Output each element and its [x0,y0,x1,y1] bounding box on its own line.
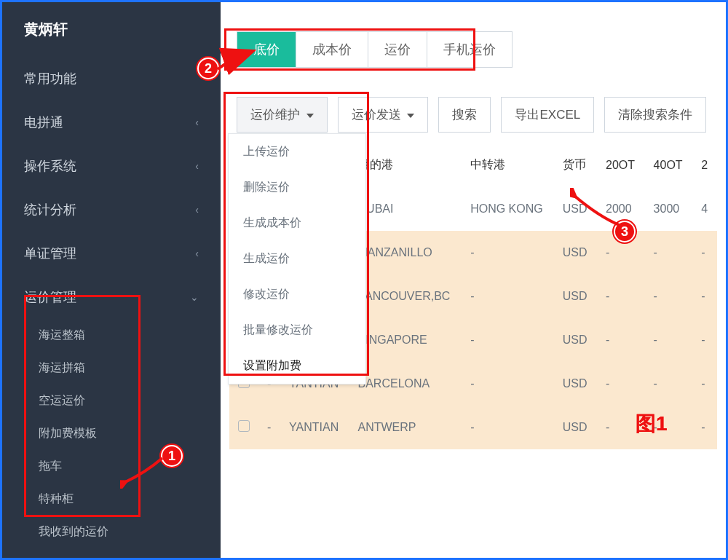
sidebar-item-label: 统计分析 [24,201,76,218]
sidebar-item-common[interactable]: 常用功能 [2,57,221,100]
sidebar-user: 黄炳轩 [2,2,221,57]
dd-set-surcharge[interactable]: 设置附加费 [229,348,365,384]
cell-curr: USD [554,231,597,275]
dd-upload[interactable]: 上传运价 [229,134,365,170]
checkbox[interactable] [238,420,250,432]
cell-2x: - [692,318,717,362]
sub-received[interactable]: 我收到的运价 [39,516,221,548]
caret-down-icon [306,114,314,118]
sidebar-item-freight[interactable]: 运价管理 ⌄ [2,275,221,319]
sub-trailer[interactable]: 拖车 [39,450,221,483]
cell-curr: USD [554,275,597,318]
chevron-left-icon: ‹ [195,160,199,172]
tab-cost-price[interactable]: 成本价 [296,32,368,67]
th-curr: 货币 [554,143,597,187]
chevron-left-icon: ‹ [195,117,199,128]
dd-genfreight[interactable]: 生成运价 [229,241,365,277]
annotation-num-3: 3 [614,221,636,242]
cell-curr: USD [554,406,597,449]
cell-40ot: - [645,318,693,362]
chevron-left-icon: ‹ [195,204,199,216]
annotation-num-1: 1 [161,445,183,467]
th-40ot: 40OT [645,143,693,187]
chevron-down-icon: ⌄ [190,291,199,303]
sidebar-item-docs[interactable]: 单证管理 ‹ [2,232,221,275]
sidebar-item-dpt[interactable]: 电拼通 ‹ [2,100,221,144]
dd-modify[interactable]: 修改运价 [229,277,365,312]
cell-curr: USD [554,318,597,362]
cell-20ot: - [597,275,645,318]
sidebar-item-system[interactable]: 操作系统 ‹ [2,144,221,188]
sub-fcl[interactable]: 海运整箱 [39,319,221,352]
tab-freight[interactable]: 运价 [368,32,427,67]
sidebar: 黄炳轩 常用功能 电拼通 ‹ 操作系统 ‹ 统计分析 ‹ 单证管理 ‹ 运价管理… [2,2,221,558]
cell-via: - [462,231,554,275]
sidebar-item-label: 操作系统 [24,157,76,175]
search-button[interactable]: 搜索 [438,97,491,133]
cell-2x: 4 [692,187,717,231]
sidebar-item-label: 电拼通 [24,114,63,131]
cell-40ot: - [645,275,693,318]
row-checkbox-cell [229,406,258,449]
main-content: 底价 成本价 运价 手机运价 运价维护 运价发送 搜索 导出EXCEL 清除搜索… [221,2,726,558]
annotation-fig-label: 图1 [636,410,668,438]
cell-via: - [462,406,554,449]
caret-down-icon [407,114,414,118]
cell-dest: ANTWERP [349,406,462,449]
sub-lcl[interactable]: 海运拼箱 [39,352,221,384]
send-dropdown-button[interactable]: 运价发送 [338,97,429,133]
tab-base-price[interactable]: 底价 [237,32,296,67]
cell-via: - [462,275,554,318]
th-via: 中转港 [462,143,554,187]
sub-air[interactable]: 空运运价 [39,384,221,417]
cell-curr: USD [554,187,597,231]
dd-delete[interactable]: 删除运价 [229,170,365,205]
th-20ot: 20OT [597,143,645,187]
cell-40ot: - [645,231,693,275]
button-label: 运价维护 [250,108,300,122]
sidebar-submenu: 海运整箱 海运拼箱 空运运价 附加费模板 拖车 特种柜 我收到的运价 [2,319,221,548]
cell-blank: - [258,406,280,449]
tab-mobile-freight[interactable]: 手机运价 [427,32,512,67]
cell-pol: YANTIAN [280,406,349,449]
cell-via: - [462,318,554,362]
sidebar-item-label: 单证管理 [24,245,76,262]
cell-40ot: 3000 [645,187,693,231]
cell-curr: USD [554,362,597,406]
button-label: 运价发送 [352,108,401,122]
sub-special[interactable]: 特种柜 [39,483,221,516]
dd-gencost[interactable]: 生成成本价 [229,205,365,241]
sidebar-item-label: 运价管理 [24,288,76,306]
price-tabs: 底价 成本价 运价 手机运价 [237,31,513,68]
sub-surcharge[interactable]: 附加费模板 [39,417,221,450]
maintain-dropdown-menu: 上传运价 删除运价 生成成本价 生成运价 修改运价 批量修改运价 设置附加费 [228,133,366,384]
export-excel-button[interactable]: 导出EXCEL [501,97,594,133]
cell-2x: - [692,275,717,318]
toolbar: 运价维护 运价发送 搜索 导出EXCEL 清除搜索条件 [237,97,717,133]
sidebar-item-stats[interactable]: 统计分析 ‹ [2,188,221,232]
cell-via: HONG KONG [462,187,554,231]
cell-2x: - [692,231,717,275]
clear-search-button[interactable]: 清除搜索条件 [604,97,706,133]
cell-via: - [462,362,554,406]
cell-2x: - [692,406,717,449]
annotation-num-2: 2 [197,58,219,79]
dd-batch-modify[interactable]: 批量修改运价 [229,312,365,348]
chevron-left-icon: ‹ [195,248,199,259]
maintain-dropdown-button[interactable]: 运价维护 [237,97,328,133]
cell-20ot: - [597,318,645,362]
cell-20ot: - [597,362,645,406]
cell-2x: - [692,362,717,406]
sidebar-item-label: 常用功能 [24,70,76,87]
cell-40ot: - [645,362,693,406]
th-2x: 2 [692,143,717,187]
